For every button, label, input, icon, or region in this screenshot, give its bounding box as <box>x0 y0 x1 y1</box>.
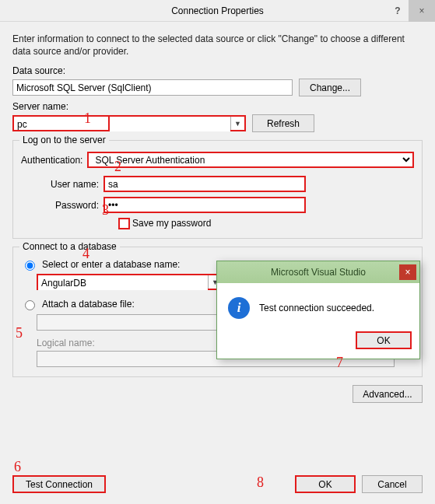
username-input[interactable] <box>103 176 306 192</box>
window-title: Connection Properties <box>171 5 264 16</box>
attach-db-label: Attach a database file: <box>42 299 135 310</box>
server-name-combo[interactable]: ▼ <box>12 115 246 131</box>
database-name-combo[interactable]: ▼ <box>37 274 223 290</box>
bottom-bar: Test Connection OK Cancel <box>0 467 435 504</box>
change-button[interactable]: Change... <box>299 79 361 96</box>
message-dialog-titlebar: Microsoft Visual Studio × <box>217 261 419 283</box>
attach-db-radio[interactable] <box>25 300 35 310</box>
message-text: Test connection succeeded. <box>259 303 374 313</box>
authentication-label: Authentication: <box>21 155 82 166</box>
logon-group: Log on to the server Authentication: SQL… <box>12 140 423 239</box>
database-name-input[interactable] <box>38 275 208 290</box>
authentication-select[interactable]: SQL Server Authentication <box>87 152 414 168</box>
intro-text: Enter information to connect to the sele… <box>12 33 423 58</box>
info-icon: i <box>228 297 250 319</box>
save-password-checkbox[interactable] <box>119 219 129 229</box>
ok-button[interactable]: OK <box>295 475 356 493</box>
data-source-field <box>12 79 293 96</box>
server-name-input[interactable] <box>14 117 230 131</box>
select-db-radio[interactable] <box>25 261 35 271</box>
test-connection-button[interactable]: Test Connection <box>12 475 106 493</box>
close-button[interactable]: × <box>409 0 435 22</box>
select-db-label: Select or enter a database name: <box>42 259 180 270</box>
help-button[interactable]: ? <box>387 0 409 22</box>
cancel-button[interactable]: Cancel <box>362 475 423 493</box>
database-group-title: Connect to a database <box>19 241 120 252</box>
server-name-label: Server name: <box>12 101 423 112</box>
logon-group-title: Log on to the server <box>19 135 109 145</box>
password-input[interactable] <box>103 197 306 213</box>
message-ok-button[interactable]: OK <box>356 331 412 349</box>
refresh-button[interactable]: Refresh <box>252 114 314 132</box>
chevron-down-icon[interactable]: ▼ <box>230 117 244 130</box>
message-dialog-title: Microsoft Visual Studio <box>271 267 366 278</box>
message-close-button[interactable]: × <box>399 264 416 280</box>
advanced-button[interactable]: Advanced... <box>353 385 423 403</box>
username-label: User name: <box>37 179 99 190</box>
titlebar: Connection Properties ? × <box>0 0 435 22</box>
save-password-label: Save my password <box>132 218 211 229</box>
password-label: Password: <box>37 200 99 211</box>
data-source-label: Data source: <box>12 65 423 76</box>
message-dialog: Microsoft Visual Studio × i Test connect… <box>216 261 420 359</box>
